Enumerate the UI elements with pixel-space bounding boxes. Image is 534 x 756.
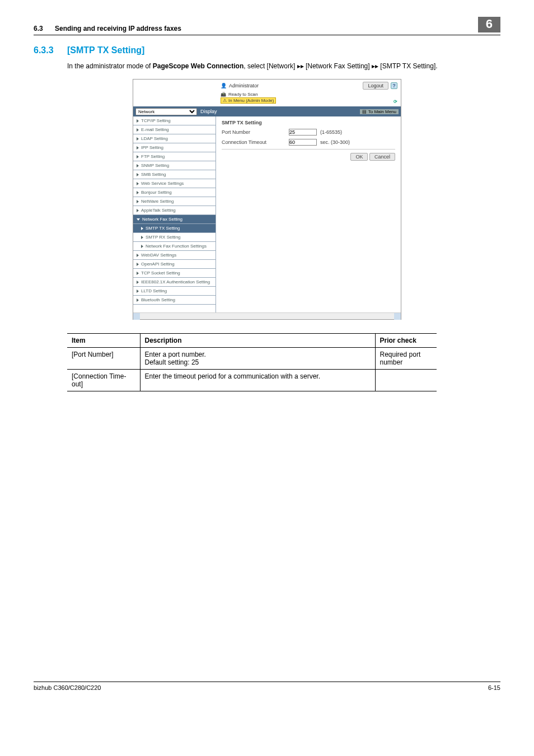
status-menu-mode: ⚠In Menu (Admin Mode) bbox=[221, 97, 276, 104]
sidebar-item[interactable]: Web Service Settings bbox=[133, 179, 216, 188]
sidebar-item[interactable]: SNMP Setting bbox=[133, 161, 216, 170]
category-select[interactable]: Network bbox=[135, 108, 197, 115]
table-header-item: Item bbox=[67, 334, 140, 348]
table-cell-prior: Required port number bbox=[375, 348, 437, 370]
status-ready: 📠Ready to Scan bbox=[221, 92, 394, 97]
sidebar-item[interactable]: E-mail Setting bbox=[133, 125, 216, 134]
intro-pre: In the administrator mode of bbox=[67, 62, 153, 70]
connection-timeout-input[interactable] bbox=[289, 139, 317, 146]
port-number-input[interactable] bbox=[289, 129, 317, 136]
panel-title: SMTP TX Setting bbox=[222, 120, 395, 125]
display-button[interactable]: Display bbox=[200, 109, 217, 114]
chapter-badge: 6 bbox=[478, 17, 500, 32]
table-cell-item: [Connection Time-out] bbox=[67, 370, 140, 391]
sidebar-item-active[interactable]: Network Fax Setting bbox=[133, 215, 216, 224]
sidebar-item[interactable]: FTP Setting bbox=[133, 152, 216, 161]
table-header-prior: Prior check bbox=[375, 334, 437, 348]
logout-button[interactable]: Logout bbox=[363, 82, 388, 90]
sidebar-item[interactable]: NetWare Setting bbox=[133, 197, 216, 206]
sidebar-item[interactable]: IEEE802.1X Authentication Setting bbox=[133, 278, 216, 287]
sidebar-subitem[interactable]: SMTP TX Setting bbox=[133, 224, 216, 233]
sidebar-subitem[interactable]: SMTP RX Setting bbox=[133, 233, 216, 242]
to-main-menu-button[interactable]: ▤ To Main Menu bbox=[360, 109, 399, 114]
table-cell-item: [Port Number] bbox=[67, 348, 140, 370]
port-number-label: Port Number bbox=[222, 129, 289, 135]
sidebar-item[interactable]: LDAP Setting bbox=[133, 134, 216, 143]
footer-page-number: 6-15 bbox=[488, 684, 500, 691]
cancel-button[interactable]: Cancel bbox=[369, 153, 395, 161]
sidebar-subitem[interactable]: Network Fax Function Settings bbox=[133, 242, 216, 251]
connection-timeout-label: Connection Timeout bbox=[222, 139, 289, 145]
horizontal-scrollbar[interactable] bbox=[133, 312, 401, 319]
help-icon[interactable]: ? bbox=[391, 82, 397, 89]
table-cell-desc: Enter the timeout period for a communica… bbox=[140, 370, 375, 391]
sidebar-item[interactable]: IPP Setting bbox=[133, 143, 216, 152]
sidebar-item[interactable]: TCP Socket Setting bbox=[133, 269, 216, 278]
sidebar-item[interactable]: TCP/IP Setting bbox=[133, 116, 216, 125]
footer-model: bizhub C360/C280/C220 bbox=[34, 684, 101, 691]
sidebar-item[interactable]: SMB Setting bbox=[133, 170, 216, 179]
sidebar-item[interactable]: Bonjour Setting bbox=[133, 188, 216, 197]
section-heading: 6.3.3[SMTP TX Setting] bbox=[34, 45, 500, 55]
sidebar: TCP/IP Setting E-mail Setting LDAP Setti… bbox=[133, 116, 216, 312]
sidebar-item[interactable]: LLTD Setting bbox=[133, 287, 216, 296]
page-footer: bizhub C360/C280/C220 6-15 bbox=[34, 682, 500, 691]
page-header: 6.3 Sending and receiving IP address fax… bbox=[34, 17, 500, 35]
section-heading-num: 6.3.3 bbox=[34, 45, 67, 55]
sidebar-item[interactable]: AppleTalk Setting bbox=[133, 206, 216, 215]
table-row: [Connection Time-out] Enter the timeout … bbox=[67, 370, 437, 391]
parameters-table: Item Description Prior check [Port Numbe… bbox=[67, 333, 437, 391]
intro-post: , select [Network] ▸▸ [Network Fax Setti… bbox=[243, 62, 437, 70]
table-header-description: Description bbox=[140, 334, 375, 348]
sidebar-item[interactable]: WebDAV Settings bbox=[133, 251, 216, 260]
section-title-header: Sending and receiving IP address faxes bbox=[55, 25, 181, 32]
screenshot-panel: 👤Administrator Logout ? 📠Ready to Scan ⚠… bbox=[133, 79, 401, 320]
admin-indicator: 👤Administrator bbox=[221, 82, 259, 90]
intro-paragraph: In the administrator mode of PageScope W… bbox=[67, 61, 500, 71]
section-number: 6.3 bbox=[34, 25, 43, 32]
admin-label: Administrator bbox=[229, 83, 259, 88]
table-row: [Port Number] Enter a port number. Defau… bbox=[67, 348, 437, 370]
sidebar-item[interactable]: OpenAPI Setting bbox=[133, 260, 216, 269]
table-cell-prior bbox=[375, 370, 437, 391]
ok-button[interactable]: OK bbox=[350, 153, 368, 161]
connection-timeout-range: sec. (30-300) bbox=[320, 139, 350, 145]
intro-bold: PageScope Web Connection bbox=[153, 62, 243, 70]
table-cell-desc: Enter a port number. Default setting: 25 bbox=[140, 348, 375, 370]
sidebar-item[interactable]: Bluetooth Setting bbox=[133, 296, 216, 305]
port-number-range: (1-65535) bbox=[320, 129, 342, 135]
section-heading-title: [SMTP TX Setting] bbox=[67, 45, 144, 55]
refresh-icon[interactable]: ⟳ bbox=[394, 99, 397, 104]
